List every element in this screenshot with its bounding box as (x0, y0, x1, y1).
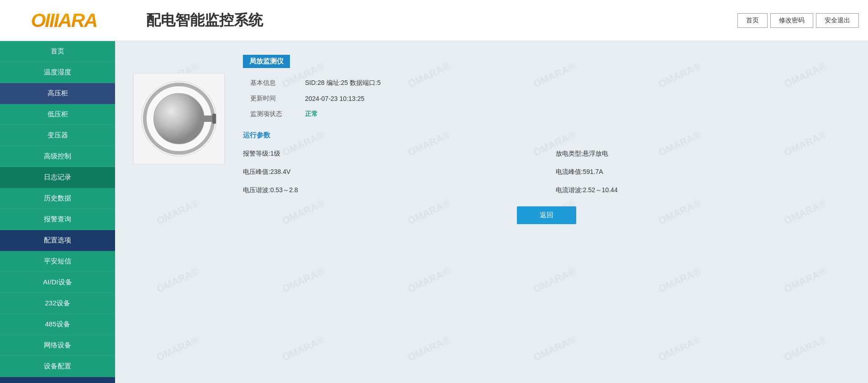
basic-info-value: SID:28 编址:25 数据端口:5 (298, 75, 850, 91)
sidebar-item-alerts[interactable]: 报警查询 (0, 209, 115, 230)
change-password-button[interactable]: 修改密码 (770, 13, 813, 28)
monitor-status-label: 监测项状态 (243, 106, 298, 122)
table-row: 更新时间 2024-07-23 10:13:25 (243, 91, 850, 106)
layout: 首页 温度湿度 高压柜 低压柜 变压器 高级控制 日志记录 历史数据 报警查询 … (0, 41, 868, 383)
device-info: 局放监测仪 基本信息 SID:28 编址:25 数据端口:5 更新时间 2024… (243, 55, 850, 224)
monitor-status-value: 正常 (298, 106, 850, 122)
params-grid: 报警等级:1级 放电类型:悬浮放电 电压峰值:238.4V 电流峰值:591.7… (243, 147, 850, 197)
back-button[interactable]: 返回 (517, 206, 576, 224)
sidebar-item-history[interactable]: 历史数据 (0, 188, 115, 209)
logout-button[interactable]: 安全退出 (816, 13, 859, 28)
params-section-title: 运行参数 (243, 131, 850, 140)
table-row: 基本信息 SID:28 编址:25 数据端口:5 (243, 75, 850, 91)
svg-rect-4 (200, 115, 214, 122)
content-panel: 局放监测仪 基本信息 SID:28 编址:25 数据端口:5 更新时间 2024… (133, 55, 850, 224)
sidebar-item-232[interactable]: 232设备 (0, 293, 115, 314)
basic-info-label: 基本信息 (243, 75, 298, 91)
back-btn-row: 返回 (243, 206, 850, 224)
sidebar-item-advanced[interactable]: 高级控制 (0, 146, 115, 167)
sidebar-item-aidi[interactable]: AI/DI设备 (0, 272, 115, 293)
param-discharge-type: 放电类型:悬浮放电 (556, 147, 850, 161)
svg-point-3 (154, 94, 204, 144)
sidebar-item-sms[interactable]: 平安短信 (0, 251, 115, 272)
sidebar-item-device-config[interactable]: 设备配置 (0, 356, 115, 377)
param-current-peak: 电流峰值:591.7A (556, 165, 850, 179)
home-button[interactable]: 首页 (737, 13, 768, 28)
header: OIIIARA 配电智能监控系统 首页 修改密码 安全退出 (0, 0, 868, 41)
svg-rect-5 (212, 114, 216, 124)
logo-text: OIIIARA (31, 10, 97, 31)
sidebar-item-485[interactable]: 485设备 (0, 314, 115, 335)
sidebar-item-transformer[interactable]: 变压器 (0, 125, 115, 146)
sidebar: 首页 温度湿度 高压柜 低压柜 变压器 高级控制 日志记录 历史数据 报警查询 … (0, 41, 115, 383)
sidebar-item-home[interactable]: 首页 (0, 41, 115, 62)
device-svg (140, 80, 218, 157)
device-section-title: 局放监测仪 (243, 55, 290, 68)
sidebar-item-network[interactable]: 网络设备 (0, 335, 115, 356)
logo: OIIIARA (9, 7, 119, 34)
basic-info-table: 基本信息 SID:28 编址:25 数据端口:5 更新时间 2024-07-23… (243, 75, 850, 122)
page-title: 配电智能监控系统 (146, 10, 737, 31)
update-time-label: 更新时间 (243, 91, 298, 106)
param-voltage-harmonic: 电压谐波:0.53～2.8 (243, 184, 537, 197)
main-content: OMARA®OMARA® OMARA®OMARA® OMARA®OMARA® O… (115, 41, 868, 383)
param-voltage-peak: 电压峰值:238.4V (243, 165, 537, 179)
section-divider: 运行参数 (243, 131, 850, 140)
device-image (133, 73, 225, 164)
sidebar-item-help[interactable]: 帮助提示 (0, 377, 115, 383)
sidebar-item-hvswitch[interactable]: 高压柜 (0, 83, 115, 104)
param-current-harmonic: 电流谐波:2.52～10.44 (556, 184, 850, 197)
sidebar-item-temp[interactable]: 温度湿度 (0, 62, 115, 83)
sidebar-item-lvswitch[interactable]: 低压柜 (0, 104, 115, 125)
header-buttons: 首页 修改密码 安全退出 (737, 13, 859, 28)
sidebar-item-config[interactable]: 配置选项 (0, 230, 115, 251)
device-section: 局放监测仪 基本信息 SID:28 编址:25 数据端口:5 更新时间 2024… (133, 55, 850, 224)
param-alarm-level: 报警等级:1级 (243, 147, 537, 161)
table-row: 监测项状态 正常 (243, 106, 850, 122)
sidebar-item-logs[interactable]: 日志记录 (0, 167, 115, 188)
update-time-value: 2024-07-23 10:13:25 (298, 91, 850, 106)
